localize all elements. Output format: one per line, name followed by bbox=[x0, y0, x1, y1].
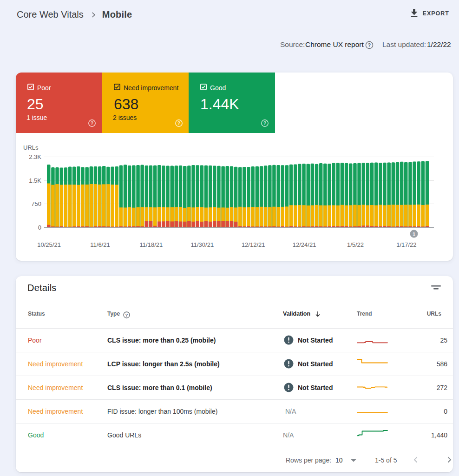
svg-text:11/30/21: 11/30/21 bbox=[190, 241, 214, 248]
svg-text:1/17/22: 1/17/22 bbox=[396, 241, 416, 248]
svg-text:12/24/21: 12/24/21 bbox=[293, 241, 316, 248]
svg-text:URLs: URLs bbox=[23, 144, 39, 151]
svg-text:11/6/21: 11/6/21 bbox=[90, 241, 110, 248]
svg-text:750: 750 bbox=[31, 200, 41, 207]
svg-text:1.5K: 1.5K bbox=[29, 177, 41, 184]
svg-text:1/5/22: 1/5/22 bbox=[347, 241, 364, 248]
svg-text:0: 0 bbox=[38, 224, 41, 231]
svg-text:1: 1 bbox=[413, 231, 415, 237]
svg-text:?: ? bbox=[125, 313, 128, 317]
svg-text:11/18/21: 11/18/21 bbox=[140, 241, 163, 248]
svg-text:2.3K: 2.3K bbox=[29, 153, 41, 160]
svg-text:10/25/21: 10/25/21 bbox=[37, 241, 61, 248]
svg-text:12/12/21: 12/12/21 bbox=[242, 241, 265, 248]
